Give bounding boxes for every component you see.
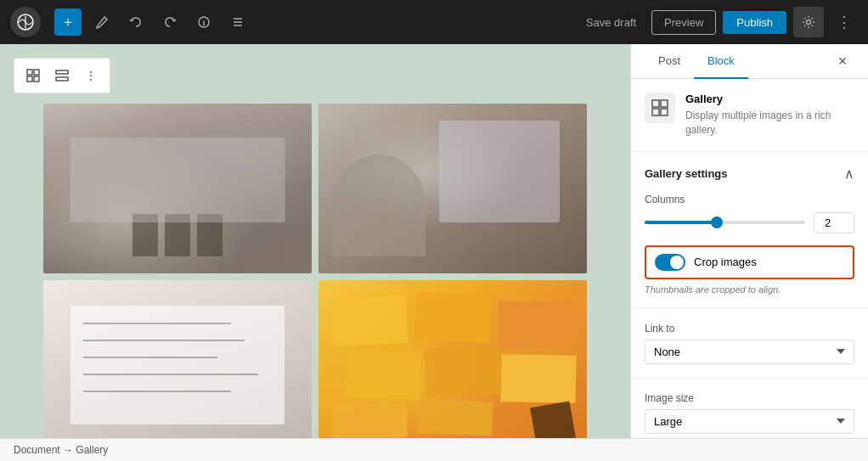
svg-rect-8 xyxy=(56,77,68,81)
list-view-button[interactable] xyxy=(224,8,251,36)
tab-post[interactable]: Post xyxy=(645,44,694,79)
gallery-image-1[interactable] xyxy=(43,104,312,273)
top-toolbar: ＋ xyxy=(0,0,868,44)
publish-button[interactable]: Publish xyxy=(723,11,786,34)
crop-images-row: Crop images xyxy=(645,245,854,279)
columns-slider-thumb[interactable] xyxy=(711,216,723,228)
toggle-knob xyxy=(670,256,684,269)
columns-slider-track[interactable] xyxy=(645,221,805,224)
sidebar-tabs: Post Block xyxy=(645,44,748,78)
image-size-label: Image size xyxy=(645,392,854,404)
block-more-button[interactable]: ⋮ xyxy=(77,62,104,89)
list-view-layout-button[interactable] xyxy=(48,62,76,89)
grid-view-button[interactable] xyxy=(20,62,47,89)
crop-images-label: Crop images xyxy=(694,256,757,268)
gallery-settings-title: Gallery settings xyxy=(645,167,728,180)
svg-rect-5 xyxy=(27,76,32,82)
wordpress-logo xyxy=(10,7,41,37)
save-draft-button[interactable]: Save draft xyxy=(578,11,645,34)
image-size-section: Image size Thumbnail Medium Large Full S… xyxy=(631,379,868,438)
svg-rect-10 xyxy=(661,100,668,107)
svg-rect-7 xyxy=(56,70,68,74)
columns-slider-fill xyxy=(645,221,717,224)
block-description: Display multiple images in a rich galler… xyxy=(685,109,854,138)
redo-button[interactable] xyxy=(156,8,183,36)
link-to-label: Link to xyxy=(645,323,854,335)
block-title: Gallery xyxy=(685,93,854,105)
block-info-text: Gallery Display multiple images in a ric… xyxy=(685,93,854,138)
toolbar-left-group: ＋ xyxy=(10,7,251,37)
svg-rect-12 xyxy=(661,109,668,115)
sidebar-header: Post Block × xyxy=(631,44,868,79)
info-button[interactable] xyxy=(190,8,217,36)
svg-rect-4 xyxy=(34,70,39,75)
svg-point-2 xyxy=(807,20,811,25)
gallery-settings-header[interactable]: Gallery settings ∧ xyxy=(645,166,854,182)
toolbar-right-group: Save draft Preview Publish ⋮ xyxy=(578,7,858,37)
gallery-image-4[interactable] xyxy=(318,280,587,438)
add-block-button[interactable]: ＋ xyxy=(54,8,82,36)
svg-rect-9 xyxy=(652,100,659,107)
tab-block[interactable]: Block xyxy=(694,44,748,79)
sidebar-panel: Post Block × Gallery Display multiple im… xyxy=(630,44,868,438)
columns-slider-row xyxy=(645,212,854,233)
gallery-image-3[interactable] xyxy=(43,280,312,438)
gallery-image-2[interactable] xyxy=(318,104,587,273)
block-toolbar: ⋮ xyxy=(14,58,110,93)
settings-button[interactable] xyxy=(793,7,824,37)
edit-tool-button[interactable] xyxy=(88,8,116,36)
block-icon xyxy=(645,93,675,123)
breadcrumb: Document → Gallery xyxy=(0,438,868,461)
image-size-select[interactable]: Thumbnail Medium Large Full Size xyxy=(645,409,854,434)
link-to-select[interactable]: None Media File Attachment Page xyxy=(645,340,854,364)
gallery-settings-toggle-icon: ∧ xyxy=(844,166,854,182)
more-options-button[interactable]: ⋮ xyxy=(831,8,858,36)
main-area: ⋮ xyxy=(0,44,868,438)
gallery-settings-section: Gallery settings ∧ Columns Crop images T… xyxy=(631,152,868,309)
svg-rect-6 xyxy=(34,76,39,82)
undo-button[interactable] xyxy=(122,8,149,36)
link-to-section: Link to None Media File Attachment Page xyxy=(631,309,868,379)
sidebar-close-button[interactable]: × xyxy=(831,49,854,73)
gallery-grid xyxy=(43,104,587,438)
editor-canvas: ⋮ xyxy=(0,44,630,438)
svg-rect-3 xyxy=(27,70,32,75)
crop-images-toggle[interactable] xyxy=(655,254,685,271)
columns-number-input[interactable] xyxy=(814,212,854,233)
svg-rect-11 xyxy=(652,109,659,115)
block-info: Gallery Display multiple images in a ric… xyxy=(631,79,868,152)
crop-hint-text: Thumbnails are cropped to align. xyxy=(645,284,854,295)
columns-label: Columns xyxy=(645,194,854,205)
preview-button[interactable]: Preview xyxy=(651,10,716,35)
